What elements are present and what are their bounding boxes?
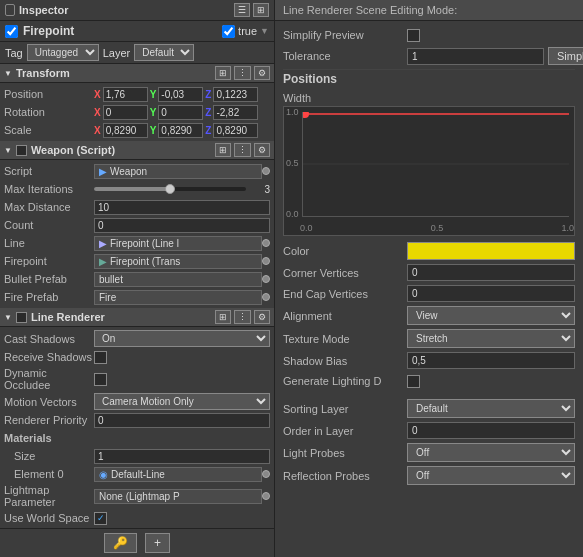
rot-y-input[interactable] — [158, 105, 203, 120]
bullet-field[interactable]: bullet — [94, 272, 262, 287]
go-enable-checkbox[interactable] — [5, 25, 18, 38]
scale-y-input[interactable] — [158, 123, 203, 138]
fire-field[interactable]: Fire — [94, 290, 262, 305]
inspector-menu-btn[interactable]: ☰ — [234, 3, 250, 17]
pos-z-input[interactable] — [213, 87, 258, 102]
tolerance-row: Tolerance Simplify — [283, 45, 575, 67]
pos-y-label: Y — [150, 89, 157, 100]
max-distance-input[interactable] — [94, 200, 270, 215]
transform-body: Position X Y Z Rotation X Y Z — [0, 83, 274, 141]
alignment-dropdown[interactable]: View Transform Z — [407, 306, 575, 325]
receive-shadows-label: Receive Shadows — [4, 351, 94, 363]
tag-dropdown[interactable]: Untagged — [27, 44, 99, 61]
inspector-lock-btn[interactable]: ⊞ — [253, 3, 269, 17]
add-component-icon-btn[interactable]: 🔑 — [104, 533, 137, 553]
firepoint-circle[interactable] — [262, 257, 270, 265]
firepoint-field[interactable]: ▶ Firepoint (Trans — [94, 254, 262, 269]
light-probes-label: Light Probes — [283, 447, 403, 459]
lightmap-value: None (Lightmap P — [99, 491, 180, 502]
rot-x-input[interactable] — [103, 105, 148, 120]
element0-circle[interactable] — [262, 470, 270, 478]
transform-overflow-btn[interactable]: ⋮ — [234, 66, 251, 80]
static-arrow[interactable]: ▼ — [260, 26, 269, 36]
lr-extra-btn[interactable]: ⚙ — [254, 310, 270, 324]
go-name[interactable]: Firepoint — [23, 24, 217, 38]
alignment-row: Alignment View Transform Z — [283, 304, 575, 327]
lock-icon[interactable] — [5, 4, 15, 16]
reflection-probes-dropdown[interactable]: Off Blend Probes — [407, 466, 575, 485]
renderer-priority-input[interactable] — [94, 413, 270, 428]
plus-btn[interactable]: + — [145, 533, 170, 553]
receive-shadows-checkbox[interactable] — [94, 351, 107, 364]
dynamic-occludee-label: Dynamic Occludee — [4, 367, 94, 391]
order-in-layer-input[interactable] — [407, 422, 575, 439]
weapon-section-header[interactable]: ▼ Weapon (Script) ⊞ ⋮ ⚙ — [0, 141, 274, 160]
rot-z-input[interactable] — [213, 105, 258, 120]
fire-circle[interactable] — [262, 293, 270, 301]
layer-dropdown[interactable]: Default — [134, 44, 194, 61]
weapon-extra-btn[interactable]: ⚙ — [254, 143, 270, 157]
scale-z-label: Z — [205, 125, 211, 136]
order-in-layer-row: Order in Layer — [283, 420, 575, 441]
rot-x-label: X — [94, 107, 101, 118]
line-renderer-section-header[interactable]: ▼ Line Renderer ⊞ ⋮ ⚙ — [0, 308, 274, 327]
bullet-circle[interactable] — [262, 275, 270, 283]
generate-lighting-checkbox[interactable] — [407, 375, 420, 388]
end-cap-input[interactable] — [407, 285, 575, 302]
iterations-thumb[interactable] — [165, 184, 175, 194]
firepoint-icon: ▶ — [99, 256, 107, 267]
cast-shadows-dropdown[interactable]: On Off Two Sided — [94, 330, 270, 347]
renderer-priority-row: Renderer Priority — [0, 411, 274, 429]
color-swatch[interactable] — [407, 242, 575, 260]
transform-extra-btn[interactable]: ⚙ — [254, 66, 270, 80]
use-world-space-checkbox[interactable] — [94, 512, 107, 525]
max-iterations-label: Max Iterations — [4, 183, 94, 195]
lr-settings-btn[interactable]: ⊞ — [215, 310, 231, 324]
element0-field[interactable]: ◉ Default-Line — [94, 467, 262, 482]
transform-settings-btn[interactable]: ⊞ — [215, 66, 231, 80]
weapon-body: Script ▶ Weapon Max Iterations 3 — [0, 160, 274, 308]
dynamic-occludee-checkbox[interactable] — [94, 373, 107, 386]
motion-vectors-dropdown[interactable]: Camera Motion Only — [94, 393, 270, 410]
weapon-overflow-btn[interactable]: ⋮ — [234, 143, 251, 157]
script-circle[interactable] — [262, 167, 270, 175]
element0-value: Default-Line — [111, 469, 165, 480]
weapon-settings-btn[interactable]: ⊞ — [215, 143, 231, 157]
lightmap-circle[interactable] — [262, 492, 270, 500]
line-row: Line ▶ Firepoint (Line l — [0, 234, 274, 252]
size-input[interactable] — [94, 449, 270, 464]
lr-overflow-btn[interactable]: ⋮ — [234, 310, 251, 324]
weapon-enable-checkbox[interactable] — [16, 145, 27, 156]
iterations-track[interactable] — [94, 187, 246, 191]
chart-container[interactable]: 1.0 0.5 0.0 0.0 — [283, 106, 575, 236]
simplify-button[interactable]: Simplify — [548, 47, 583, 65]
simplify-preview-checkbox[interactable] — [407, 29, 420, 42]
tolerance-input[interactable] — [407, 48, 544, 65]
light-probes-dropdown[interactable]: Off Blend Probes — [407, 443, 575, 462]
lr-icons: ⊞ ⋮ ⚙ — [215, 310, 270, 324]
generate-lighting-label: Generate Lighting D — [283, 375, 403, 387]
order-in-layer-label: Order in Layer — [283, 425, 403, 437]
script-label: Script — [4, 165, 94, 177]
line-field[interactable]: ▶ Firepoint (Line l — [94, 236, 262, 251]
pos-y-input[interactable] — [158, 87, 203, 102]
corner-vertices-input[interactable] — [407, 264, 575, 281]
script-field[interactable]: ▶ Weapon — [94, 164, 262, 179]
texture-mode-row: Texture Mode Stretch Tile — [283, 327, 575, 350]
scale-x-input[interactable] — [103, 123, 148, 138]
lr-enable-checkbox[interactable] — [16, 312, 27, 323]
count-input[interactable] — [94, 218, 270, 233]
shadow-bias-input[interactable] — [407, 352, 575, 369]
size-row: Size — [0, 447, 274, 465]
sorting-layer-dropdown[interactable]: Default — [407, 399, 575, 418]
left-scroll[interactable]: ▼ Transform ⊞ ⋮ ⚙ Position X Y Z — [0, 64, 274, 528]
motion-vectors-row: Motion Vectors Camera Motion Only — [0, 392, 274, 411]
line-circle[interactable] — [262, 239, 270, 247]
static-checkbox[interactable] — [222, 25, 235, 38]
pos-x-input[interactable] — [103, 87, 148, 102]
texture-mode-dropdown[interactable]: Stretch Tile — [407, 329, 575, 348]
bullet-label: Bullet Prefab — [4, 273, 94, 285]
lightmap-field[interactable]: None (Lightmap P — [94, 489, 262, 504]
scale-z-input[interactable] — [213, 123, 258, 138]
transform-section-header[interactable]: ▼ Transform ⊞ ⋮ ⚙ — [0, 64, 274, 83]
